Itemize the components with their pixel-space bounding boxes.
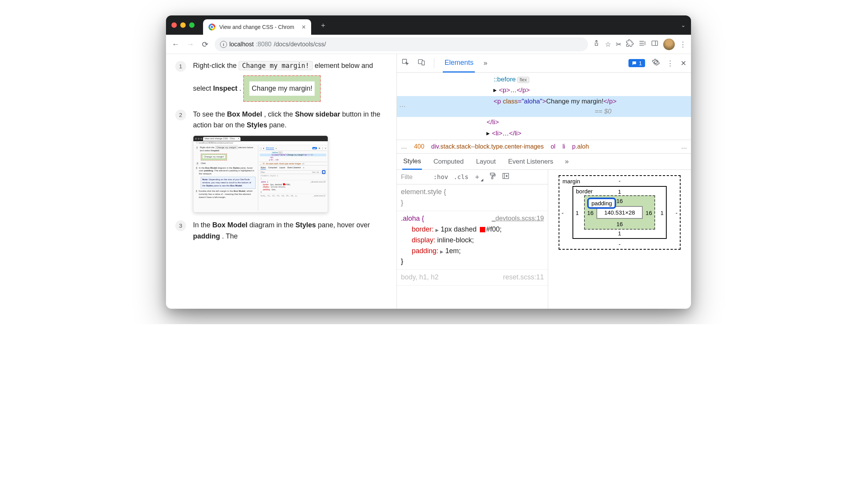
reading-list-icon[interactable] — [639, 39, 646, 49]
color-swatch-icon[interactable] — [480, 227, 485, 232]
tab-event-listeners[interactable]: Event Listeners — [507, 154, 554, 169]
border-bottom[interactable]: 1 — [618, 230, 621, 237]
border-top[interactable]: 1 — [618, 188, 621, 195]
flex-badge[interactable]: flex — [517, 77, 529, 83]
step-text-bold: Box Model — [212, 221, 247, 229]
cls-toggle[interactable]: .cls — [454, 173, 469, 181]
back-button[interactable]: ← — [171, 40, 181, 49]
reload-button[interactable]: ⟳ — [200, 40, 210, 49]
tab-computed[interactable]: Computed — [433, 154, 464, 169]
crumb-more[interactable]: … — [681, 143, 687, 150]
dom-breadcrumb[interactable]: … 400 div.stack.stack--block.type.center… — [397, 140, 691, 154]
new-tab-button[interactable]: ＋ — [320, 20, 327, 30]
dom-node[interactable]: ▸ <p>…</p> — [397, 85, 691, 96]
screenshot-thumbnail: View and change CSS - Chro… × ⓘ localhos… — [193, 135, 328, 213]
dom-gutter-icon[interactable]: ⋯ — [397, 96, 408, 117]
rule-selector: element.style { — [401, 187, 544, 198]
bookmark-icon[interactable]: ☆ — [605, 40, 611, 49]
side-panel-icon[interactable] — [651, 39, 659, 49]
box-border[interactable]: border 1 1 1 1 padding 16 16 16 16 — [572, 186, 667, 239]
maximize-window-icon[interactable] — [189, 22, 195, 28]
tab-layout[interactable]: Layout — [475, 154, 496, 169]
dom-tree[interactable]: ::beforeflex ▸ <p>…</p> ⋯ <p class="aloh… — [397, 73, 691, 140]
step-text-bold: Box Model — [227, 110, 262, 118]
inspect-icon[interactable] — [401, 58, 409, 68]
padding-left[interactable]: 16 — [587, 209, 594, 216]
css-prop[interactable]: border: — [401, 225, 434, 233]
dom-text: Change my margin! — [546, 98, 603, 105]
margin-right[interactable]: - — [676, 209, 677, 216]
step-number: 3 — [175, 220, 186, 231]
margin-top[interactable]: - — [619, 178, 621, 184]
settings-icon[interactable] — [652, 58, 660, 68]
devtools-tabs: Elements » 1 ⋮ ✕ — [397, 54, 691, 73]
tab-styles[interactable]: Styles — [402, 154, 422, 170]
style-rules[interactable]: element.style { } .aloha { _devtools.scs… — [397, 184, 548, 309]
chrome-menu-icon[interactable]: ⋮ — [679, 40, 686, 49]
border-right[interactable]: 1 — [661, 209, 664, 216]
tabs-dropdown-icon[interactable]: ⌄ — [681, 22, 686, 28]
rule-source[interactable]: _devtools.scss:19 — [492, 213, 544, 224]
step-text: Right-click the — [193, 62, 239, 69]
close-devtools-icon[interactable]: ✕ — [681, 59, 686, 68]
border-left[interactable]: 1 — [576, 209, 579, 216]
style-rule[interactable]: element.style { } — [397, 184, 548, 211]
dom-node[interactable]: ▸ <li>…</li> — [397, 128, 691, 139]
site-info-icon[interactable]: i — [220, 41, 227, 48]
more-tabs-icon[interactable]: » — [483, 59, 487, 67]
computed-sidebar-icon[interactable] — [502, 172, 510, 182]
paint-icon[interactable] — [489, 172, 496, 182]
svg-rect-3 — [422, 61, 425, 65]
box-label-padding: padding — [587, 198, 616, 209]
margin-bottom[interactable]: - — [619, 241, 621, 247]
hov-toggle[interactable]: :hov — [433, 173, 448, 181]
css-prop[interactable]: display: — [401, 236, 435, 244]
box-margin[interactable]: margin - - - - border 1 1 1 1 padding — [559, 175, 681, 250]
tab-elements[interactable]: Elements — [443, 54, 475, 73]
css-value: 1px dashed #f00; — [440, 225, 501, 233]
css-value[interactable]: 1em; — [445, 247, 461, 255]
style-rule[interactable]: .aloha { _devtools.scss:19 border: ▶ 1px… — [397, 211, 548, 270]
crumb-item[interactable]: p.aloh — [572, 143, 589, 150]
step-text-bold: Show sidebar — [295, 110, 340, 118]
minimize-window-icon[interactable] — [180, 22, 186, 28]
padding-bottom[interactable]: 16 — [616, 221, 623, 227]
crumb-item[interactable]: li — [562, 143, 565, 150]
profile-avatar[interactable] — [663, 39, 675, 50]
padding-top[interactable]: 16 — [616, 198, 623, 204]
style-rule[interactable]: body, h1, h2 reset.scss:11 — [397, 270, 548, 286]
devtools-panel: Elements » 1 ⋮ ✕ ::beforeflex ▸ <p>…</p> — [397, 54, 691, 309]
crumb-item[interactable]: ol — [550, 143, 555, 150]
demo-element[interactable]: Change my margin! — [243, 75, 321, 102]
dom-node-selected[interactable]: ⋯ <p class="aloha">Change my margin!</p>… — [397, 96, 691, 117]
rule-source[interactable]: reset.scss:11 — [503, 272, 544, 283]
step-1: 1 Right-click the Change my margin! elem… — [175, 60, 387, 102]
more-tabs-icon[interactable]: » — [565, 157, 569, 166]
extensions-icon[interactable] — [626, 39, 634, 49]
styles-filter-input[interactable]: Filte — [401, 174, 428, 181]
margin-left[interactable]: - — [562, 209, 564, 216]
scissors-icon[interactable]: ✂ — [616, 40, 622, 49]
share-icon[interactable] — [593, 39, 600, 49]
new-style-rule-icon[interactable]: ＋◢ — [474, 172, 483, 182]
box-model-diagram[interactable]: margin - - - - border 1 1 1 1 padding — [548, 170, 691, 309]
step-2: 2 To see the Box Model , click the Show … — [175, 109, 387, 213]
tab-bar: View and change CSS - Chrom × ＋ ⌄ — [166, 15, 691, 35]
crumb-item[interactable]: div.stack.stack--block.type.center-image… — [431, 143, 544, 150]
box-padding[interactable]: padding 16 16 16 16 140.531×28 — [584, 195, 655, 230]
crumb-more[interactable]: … — [401, 143, 407, 150]
demo-text: Change my margin! — [249, 81, 315, 96]
issues-badge[interactable]: 1 — [628, 59, 645, 67]
close-tab-icon[interactable]: × — [301, 23, 306, 31]
kebab-menu-icon[interactable]: ⋮ — [667, 59, 674, 68]
forward-button[interactable]: → — [185, 40, 195, 49]
device-toggle-icon[interactable] — [418, 58, 425, 68]
crumb-item[interactable]: 400 — [414, 143, 424, 150]
browser-tab[interactable]: View and change CSS - Chrom × — [203, 19, 311, 35]
dom-node[interactable]: </li> — [397, 117, 691, 128]
close-window-icon[interactable] — [171, 22, 177, 28]
address-bar[interactable]: i localhost:8080/docs/devtools/css/ — [215, 37, 588, 51]
css-value[interactable]: inline-block; — [437, 236, 474, 244]
css-prop[interactable]: padding: — [401, 247, 438, 255]
padding-right[interactable]: 16 — [645, 209, 652, 216]
